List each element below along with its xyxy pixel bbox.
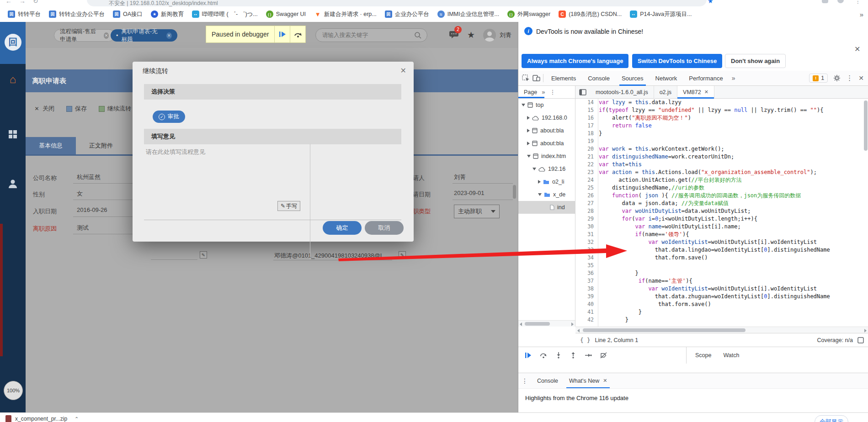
navigator-hscrollbar[interactable] <box>518 320 575 327</box>
tree-item-192.16[interactable]: 192.16 <box>518 163 575 175</box>
bookmark-item[interactable]: ★新阁教育 <box>147 9 188 20</box>
device-toolbar-icon[interactable] <box>533 74 540 82</box>
download-item[interactable]: x_component_pr...zip ⌃ <box>5 415 79 422</box>
cancel-button[interactable]: 取消 <box>365 221 404 235</box>
resume-script-icon[interactable] <box>274 26 290 42</box>
toolbar-button-flow[interactable]: 继续流转 <box>99 105 131 113</box>
form-tab-正文附件[interactable]: 正文附件 <box>76 137 126 154</box>
bookmark-item[interactable]: 回OA接口 <box>109 9 147 20</box>
banner-close-icon[interactable]: ✕ <box>854 45 860 53</box>
editor-tab-mootools-1.6.0_all.js[interactable]: mootools-1.6.0_all.js <box>590 86 654 98</box>
scrollbar-thumb[interactable] <box>525 322 550 326</box>
form-tab-基本信息[interactable]: 基本信息 <box>26 137 76 154</box>
workspace-tab-resignation-form[interactable]: • 离职申请表-无标题 ✕ <box>111 29 177 42</box>
bookmark-star-icon[interactable]: ★ <box>708 0 714 5</box>
inspect-element-icon[interactable] <box>522 74 530 82</box>
tree-item-about:bla[interactable]: about:bla <box>518 124 575 137</box>
extensions-icon[interactable] <box>822 0 828 3</box>
drawer-tab-console[interactable]: Console <box>532 373 564 389</box>
messages-icon[interactable]: 2 <box>449 30 459 40</box>
close-editor-tab-icon[interactable]: ✕ <box>704 89 708 95</box>
caret-right-icon[interactable] <box>527 116 530 120</box>
editor-vscrollbar-thumb[interactable] <box>864 100 868 151</box>
editor-tab-VM872[interactable]: VM872✕ <box>677 86 714 98</box>
navigator-overflow-icon[interactable]: » <box>542 89 545 95</box>
search-icon[interactable] <box>414 32 421 39</box>
settings-gear-icon[interactable] <box>833 74 841 82</box>
coverage-icon[interactable] <box>857 337 864 343</box>
bookmark-item[interactable]: 回转转企业办公平台 <box>45 9 109 20</box>
more-tabs-icon[interactable]: » <box>732 74 735 82</box>
dont-show-again-button[interactable]: Don't show again <box>725 54 786 68</box>
tab-scope[interactable]: Scope <box>695 352 711 359</box>
tree-item-x_de[interactable]: x_de <box>518 188 575 201</box>
user-name[interactable]: 刘青 <box>500 31 511 39</box>
caret-down-icon[interactable] <box>538 193 542 196</box>
scroll-right-icon[interactable] <box>571 322 574 326</box>
tab-page[interactable]: Page <box>524 89 537 95</box>
step-into-icon[interactable] <box>555 352 562 359</box>
tree-item-192.168.0[interactable]: 192.168.0 <box>518 111 575 124</box>
form-value-申请人[interactable]: 刘菁 <box>454 173 466 181</box>
picker-edit-icon[interactable]: ✎ <box>399 251 406 258</box>
bookmark-item[interactable]: ••哔哩哔哩 ( ゜- ゜)つ... <box>188 9 262 20</box>
toolbar-button-close[interactable]: ✕关闭 <box>34 105 54 113</box>
bookmark-item[interactable]: ••P14-Java开源项目... <box>626 9 696 20</box>
toolbar-button-save[interactable]: 保存 <box>66 105 87 113</box>
devtools-tab-elements[interactable]: Elements <box>545 71 582 86</box>
scrollbar-thumb[interactable] <box>583 328 746 332</box>
contacts-icon[interactable] <box>0 178 26 191</box>
bookmark-item[interactable]: ▼新建合并请求 · erp... <box>310 9 381 20</box>
download-caret-icon[interactable]: ⌃ <box>75 416 79 422</box>
workspace-tab-process-edit[interactable]: 流程编辑-售后申请单 ✕ <box>54 29 115 42</box>
tree-item-ind[interactable]: ind <box>518 201 575 214</box>
bookmark-item[interactable]: { }Swagger UI <box>262 9 310 20</box>
devtools-close-icon[interactable]: ✕ <box>858 74 864 82</box>
form-select-离职类型[interactable]: 主动辞职 <box>454 205 500 218</box>
step-over-icon[interactable] <box>290 26 305 42</box>
tree-item-o2_li[interactable]: o2_li <box>518 175 575 188</box>
dock-navigator-icon[interactable] <box>579 86 586 98</box>
step-icon[interactable] <box>585 352 592 359</box>
decision-option-approve[interactable]: ✓ 审批 <box>153 111 185 123</box>
scroll-left-icon[interactable] <box>520 322 522 326</box>
home-icon[interactable]: ⌂ <box>0 73 26 86</box>
bookmark-item[interactable]: 回企业办公平台 <box>381 9 433 20</box>
browser-menu-icon[interactable]: ⋮ <box>855 0 861 5</box>
bookmark-item[interactable]: ≈IMMI企业信息管理... <box>433 9 503 20</box>
user-avatar[interactable] <box>483 29 496 42</box>
code-editor[interactable]: var lzyy = this.data.lzyyif(typeof lzyy … <box>599 99 865 327</box>
close-tab-icon[interactable]: ✕ <box>166 32 172 39</box>
devtools-tab-performance[interactable]: Performance <box>683 71 729 86</box>
favorite-star-icon[interactable]: ★ <box>467 30 475 40</box>
match-language-button[interactable]: Always match Chrome's language <box>522 54 628 68</box>
reload-icon[interactable]: ↻ <box>33 0 38 5</box>
close-drawer-tab-icon[interactable]: ✕ <box>603 378 607 384</box>
apps-grid-icon[interactable] <box>0 130 26 141</box>
profile-avatar-icon[interactable] <box>837 0 844 3</box>
tab-watch[interactable]: Watch <box>723 352 739 359</box>
close-tab-icon[interactable]: ✕ <box>104 32 109 39</box>
drawer-menu-icon[interactable]: ⋮ <box>522 377 528 385</box>
form-value-离职原因[interactable]: 测试 <box>77 224 89 232</box>
pretty-print-icon[interactable]: { } <box>580 337 591 343</box>
editor-hscrollbar[interactable] <box>575 327 868 333</box>
bookmarks-overflow-icon[interactable]: » <box>860 11 863 18</box>
form-value-入职日期[interactable]: 2016-09-26 <box>77 206 107 213</box>
devtools-menu-icon[interactable]: ⋮ <box>846 74 853 82</box>
caret-right-icon[interactable] <box>527 142 530 145</box>
bookmark-item[interactable]: C(189条消息) CSDN... <box>554 9 626 20</box>
deactivate-breakpoints-icon[interactable] <box>600 352 607 359</box>
scroll-right-icon[interactable] <box>864 329 867 332</box>
tree-item-about:bla[interactable]: about:bla <box>518 137 575 150</box>
handwrite-button[interactable]: ✎手写 <box>277 201 300 211</box>
scroll-left-icon[interactable] <box>577 329 580 332</box>
devtools-tab-network[interactable]: Network <box>650 71 683 86</box>
caret-right-icon[interactable] <box>538 180 541 184</box>
resume-execution-icon[interactable] <box>525 352 532 359</box>
app-scrollbar-thumb[interactable] <box>513 185 516 199</box>
app-logo-cell[interactable]: 回 <box>0 22 26 64</box>
editor-tab-o2.js[interactable]: o2.js <box>654 86 677 98</box>
bookmark-item[interactable]: 回转转平台 <box>4 9 45 20</box>
tree-item-index.htm[interactable]: index.htm <box>518 150 575 163</box>
